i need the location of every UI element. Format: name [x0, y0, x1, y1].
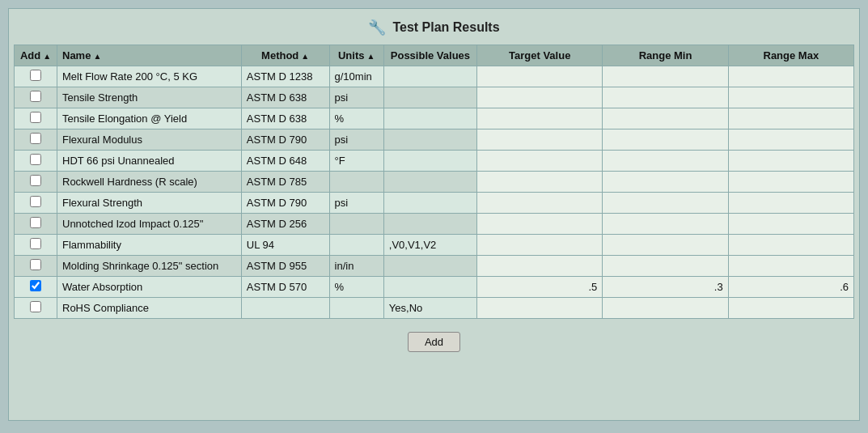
row-units: °F	[329, 151, 383, 172]
row-possible-values: ,V0,V1,V2	[383, 235, 476, 256]
row-target-value[interactable]	[477, 151, 603, 172]
row-target-value[interactable]	[477, 193, 603, 214]
row-checkbox[interactable]	[30, 70, 41, 81]
row-range-max[interactable]	[728, 129, 853, 151]
row-method: ASTM D 256	[241, 214, 329, 235]
col-header-units[interactable]: Units▲	[329, 45, 383, 66]
row-target-value[interactable]	[477, 235, 603, 256]
table-row: Flexural StrengthASTM D 790psi	[15, 193, 854, 214]
row-checkbox-cell	[15, 256, 57, 277]
row-checkbox[interactable]	[30, 301, 41, 312]
row-target-value[interactable]	[477, 298, 603, 319]
row-range-max[interactable]	[728, 87, 853, 108]
col-header-possible: Possible Values	[383, 45, 476, 66]
col-header-min: Range Min	[603, 45, 728, 66]
row-checkbox[interactable]	[30, 196, 41, 207]
row-range-min[interactable]	[603, 256, 728, 277]
row-range-max[interactable]	[728, 108, 853, 129]
row-range-min[interactable]	[603, 66, 728, 87]
row-possible-values	[383, 87, 476, 108]
row-units: in/in	[329, 256, 383, 277]
col-header-method[interactable]: Method▲	[241, 45, 329, 66]
row-method: UL 94	[241, 235, 329, 256]
col-header-name[interactable]: Name▲	[57, 45, 242, 66]
row-target-value[interactable]: .5	[477, 277, 603, 298]
row-range-min[interactable]	[603, 235, 728, 256]
table-header-row: Add▲ Name▲ Method▲ Units▲ Possible Value…	[15, 45, 854, 66]
row-target-value[interactable]	[477, 214, 603, 235]
row-checkbox-cell	[15, 66, 57, 87]
row-checkbox[interactable]	[30, 112, 41, 123]
row-range-max[interactable]	[728, 66, 853, 87]
row-name: Melt Flow Rate 200 °C, 5 KG	[57, 66, 242, 87]
row-method: ASTM D 648	[241, 151, 329, 172]
row-range-max[interactable]: .6	[728, 277, 853, 298]
row-checkbox[interactable]	[30, 238, 41, 249]
row-range-min[interactable]	[603, 87, 728, 108]
row-range-max[interactable]	[728, 256, 853, 277]
row-method: ASTM D 638	[241, 108, 329, 129]
row-units	[329, 172, 383, 193]
row-range-min[interactable]	[603, 298, 728, 319]
row-name: Tensile Strength	[57, 87, 242, 108]
row-checkbox-cell	[15, 235, 57, 256]
table-row: Melt Flow Rate 200 °C, 5 KGASTM D 1238g/…	[15, 66, 854, 87]
col-header-add[interactable]: Add▲	[15, 45, 57, 66]
table-row: HDT 66 psi UnannealedASTM D 648°F	[15, 151, 854, 172]
row-checkbox[interactable]	[30, 280, 41, 291]
row-range-min[interactable]	[603, 172, 728, 193]
row-range-max[interactable]	[728, 235, 853, 256]
row-possible-values	[383, 172, 476, 193]
row-method: ASTM D 785	[241, 172, 329, 193]
row-range-min[interactable]	[603, 108, 728, 129]
row-name: Flexural Modulus	[57, 129, 242, 151]
row-checkbox-cell	[15, 87, 57, 108]
row-checkbox[interactable]	[30, 133, 41, 144]
table-row: RoHS ComplianceYes,No	[15, 298, 854, 319]
row-target-value[interactable]	[477, 256, 603, 277]
row-name: Flammability	[57, 235, 242, 256]
row-range-max[interactable]	[728, 193, 853, 214]
row-checkbox-cell	[15, 214, 57, 235]
row-target-value[interactable]	[477, 87, 603, 108]
row-method: ASTM D 790	[241, 129, 329, 151]
row-checkbox-cell	[15, 129, 57, 151]
row-checkbox[interactable]	[30, 217, 41, 228]
row-checkbox[interactable]	[30, 91, 41, 102]
row-method: ASTM D 790	[241, 193, 329, 214]
row-units: psi	[329, 193, 383, 214]
row-range-max[interactable]	[728, 214, 853, 235]
row-target-value[interactable]	[477, 172, 603, 193]
wrench-icon: 🔧	[368, 19, 386, 36]
row-possible-values	[383, 193, 476, 214]
row-units: %	[329, 108, 383, 129]
row-range-min[interactable]	[603, 193, 728, 214]
row-range-max[interactable]	[728, 298, 853, 319]
row-target-value[interactable]	[477, 66, 603, 87]
row-units	[329, 214, 383, 235]
row-target-value[interactable]	[477, 108, 603, 129]
row-range-min[interactable]	[603, 151, 728, 172]
table-row: Tensile Elongation @ YieldASTM D 638%	[15, 108, 854, 129]
row-checkbox[interactable]	[30, 154, 41, 165]
row-name: Water Absorption	[57, 277, 242, 298]
row-target-value[interactable]	[477, 129, 603, 151]
row-checkbox[interactable]	[30, 259, 41, 270]
add-button[interactable]: Add	[408, 332, 460, 352]
row-range-max[interactable]	[728, 172, 853, 193]
row-units: psi	[329, 87, 383, 108]
row-checkbox[interactable]	[30, 175, 41, 186]
row-possible-values	[383, 277, 476, 298]
row-range-min[interactable]: .3	[603, 277, 728, 298]
row-possible-values	[383, 151, 476, 172]
row-checkbox-cell	[15, 298, 57, 319]
row-range-min[interactable]	[603, 129, 728, 151]
row-possible-values: Yes,No	[383, 298, 476, 319]
row-range-min[interactable]	[603, 214, 728, 235]
table-row: Molding Shrinkage 0.125" sectionASTM D 9…	[15, 256, 854, 277]
row-units	[329, 235, 383, 256]
row-checkbox-cell	[15, 108, 57, 129]
row-range-max[interactable]	[728, 151, 853, 172]
row-method: ASTM D 638	[241, 87, 329, 108]
row-name: Flexural Strength	[57, 193, 242, 214]
